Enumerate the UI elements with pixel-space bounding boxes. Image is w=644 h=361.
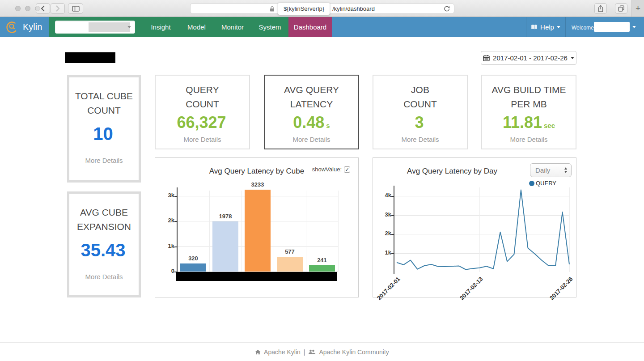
username-redaction <box>594 22 630 32</box>
chevron-down-icon <box>557 26 560 28</box>
more-details-link[interactable]: More Details <box>482 136 576 143</box>
tab-overview-button[interactable] <box>615 3 627 14</box>
card-title: AVG QUERYLATENCY <box>265 83 358 111</box>
bar-1 <box>212 221 238 272</box>
line-y-tick-label: 3k <box>376 211 391 218</box>
chevron-down-icon <box>632 26 636 28</box>
card-title: AVG CUBEEXPANSION <box>69 205 139 234</box>
gridline-v <box>274 191 274 272</box>
card-value: 3 <box>373 113 467 132</box>
redaction-block <box>65 52 115 63</box>
line-chart-card: Avg Query Latency by Day Daily QUERY 1k2… <box>373 157 576 297</box>
sidebar-icon <box>72 6 80 12</box>
book-icon <box>531 24 538 30</box>
close-window-button[interactable] <box>15 6 21 11</box>
line-y-tick-label: 2k <box>376 230 391 237</box>
calendar-icon <box>483 55 490 61</box>
bar-y-tick-label: 2k <box>159 217 174 224</box>
card-total-cube-count[interactable]: TOTAL CUBECOUNT 10 More Details <box>67 75 141 183</box>
chevron-down-icon <box>571 57 574 59</box>
line-x-tick-label: 2017-02-13 <box>449 276 484 310</box>
lock-icon <box>270 6 275 12</box>
share-button[interactable] <box>594 3 607 14</box>
gridline-v <box>338 191 339 272</box>
back-chevron-icon <box>41 5 45 12</box>
more-details-link[interactable]: More Details <box>69 273 139 280</box>
reload-button[interactable] <box>444 5 450 13</box>
bar-value-label: 241 <box>306 257 338 263</box>
help-label: Help <box>540 23 554 31</box>
more-details-link[interactable]: More Details <box>373 136 467 143</box>
footer-link-community[interactable]: Apache Kylin Community <box>319 348 389 356</box>
date-range-button[interactable]: 2017-02-01 - 2017-02-26 <box>481 51 576 65</box>
footer-separator: | <box>304 348 305 356</box>
line-chart-plot: 1k2k3k4k2017-02-012017-02-132017-02-26 <box>373 158 576 297</box>
bar-value-label: 3233 <box>242 181 274 188</box>
bar-value-label: 577 <box>274 248 306 255</box>
bar-y-tick-label: 1k <box>159 242 174 249</box>
card-value: 35.43 <box>69 240 139 260</box>
more-details-link[interactable]: More Details <box>156 136 249 143</box>
bar-4 <box>309 265 335 272</box>
bar-y-tick-label: 0 <box>159 268 174 274</box>
home-icon <box>255 349 261 355</box>
line-y-tick-label: 1k <box>376 249 391 256</box>
query-latency-line <box>394 187 572 274</box>
sidebar-toggle-button[interactable] <box>68 3 83 14</box>
server-ip-overlay: ${kylinServerIp} <box>278 3 330 15</box>
kylin-navbar: Kylin Insight Model Monitor System Dashb… <box>0 17 644 37</box>
line-y-tick-label: 4k <box>376 192 391 199</box>
share-icon <box>597 4 604 13</box>
welcome-label: Welcome, <box>572 25 595 31</box>
users-icon <box>308 349 316 354</box>
card-value: 66,327 <box>156 113 249 132</box>
browser-toolbar: ${kylinServerIp} /kylin/dashboard + <box>0 0 644 17</box>
footer-link-apache-kylin[interactable]: Apache Kylin <box>264 348 301 356</box>
reload-icon <box>444 5 450 12</box>
forward-button[interactable] <box>51 3 65 14</box>
tabs-icon <box>618 5 625 12</box>
kylin-brand[interactable]: Kylin <box>5 17 42 37</box>
bar-y-tick-label: 3k <box>159 192 174 199</box>
nav-item-monitor[interactable]: Monitor <box>214 17 251 37</box>
card-title: JOBCOUNT <box>373 83 467 111</box>
page-footer: Apache Kylin | Apache Kylin Community <box>0 342 644 361</box>
card-avg-cube-expansion[interactable]: AVG CUBEEXPANSION 35.43 More Details <box>67 191 141 297</box>
bar-value-label: 1978 <box>209 213 242 220</box>
more-details-link[interactable]: More Details <box>265 136 358 143</box>
kylin-logo-icon <box>5 21 19 34</box>
minimize-window-button[interactable] <box>25 6 30 11</box>
help-menu[interactable]: Help <box>526 17 565 37</box>
url-path: /kylin/dashboard <box>332 5 375 12</box>
nav-item-system[interactable]: System <box>251 17 288 37</box>
card-value: 10 <box>69 124 139 144</box>
brand-name: Kylin <box>23 22 42 32</box>
card-job-count[interactable]: JOBCOUNT 3 More Details <box>373 75 468 149</box>
card-title: TOTAL CUBECOUNT <box>69 89 139 118</box>
card-title: AVG BUILD TIMEPER MB <box>482 83 576 111</box>
card-avg-build-time[interactable]: AVG BUILD TIMEPER MB 11.81sec More Detai… <box>481 75 576 149</box>
nav-item-model[interactable]: Model <box>179 17 214 37</box>
card-value: 0.48s <box>265 113 358 132</box>
gridline-v <box>209 191 210 272</box>
line-x-tick-label: 2017-02-01 <box>367 276 402 310</box>
bar-value-label: 320 <box>177 255 209 262</box>
project-select[interactable] <box>55 21 135 34</box>
line-x-tick-label: 2017-02-26 <box>539 276 574 310</box>
x-axis-labels-redaction <box>176 272 337 281</box>
bar-2 <box>245 190 271 272</box>
bar-chart-card: Avg Query Latency by Cube showValue: ✓ 0… <box>155 157 359 297</box>
more-details-link[interactable]: More Details <box>69 157 139 164</box>
bar-3 <box>277 257 303 272</box>
address-bar[interactable]: ${kylinServerIp} /kylin/dashboard <box>190 3 454 14</box>
forward-chevron-icon <box>55 5 60 12</box>
user-menu[interactable]: Welcome, <box>565 17 644 37</box>
card-query-count[interactable]: QUERYCOUNT 66,327 More Details <box>155 75 250 149</box>
nav-item-dashboard[interactable]: Dashboard <box>288 17 332 37</box>
back-button[interactable] <box>36 3 50 14</box>
new-tab-button[interactable]: + <box>631 0 644 17</box>
card-avg-query-latency[interactable]: AVG QUERYLATENCY 0.48s More Details <box>264 75 359 149</box>
kylin-dashboard-screen: ${kylinServerIp} /kylin/dashboard + <box>0 0 644 361</box>
bar-0 <box>180 263 206 272</box>
nav-item-insight[interactable]: Insight <box>142 17 179 37</box>
